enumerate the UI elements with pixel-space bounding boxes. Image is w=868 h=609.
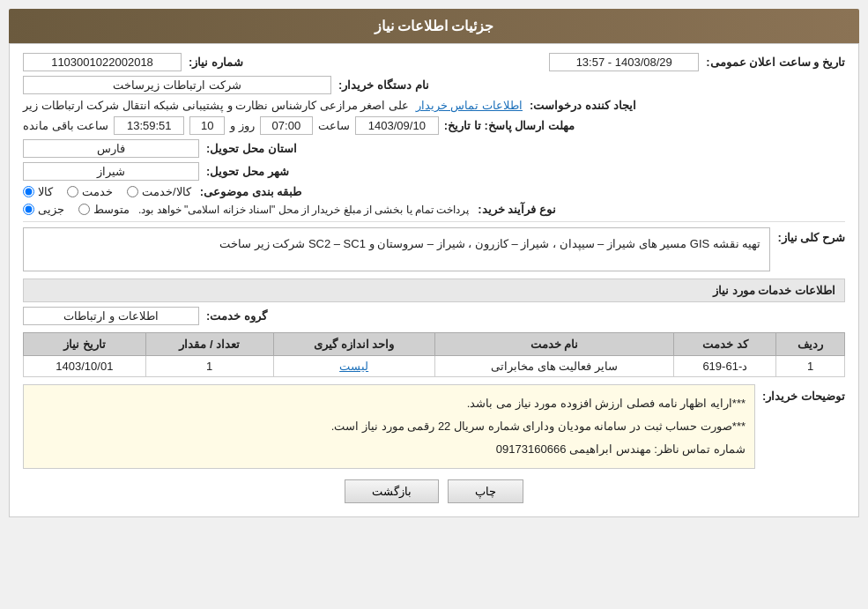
shmare-niaz-label: شماره نیاز: bbox=[189, 56, 243, 69]
mohlat-saat-label: ساعت bbox=[318, 119, 350, 132]
mohlat-baqi: 13:59:51 bbox=[114, 116, 184, 135]
tarikh-elan-value: 1403/08/29 - 13:57 bbox=[549, 53, 699, 71]
ijad-konande-label: ایجاد کننده درخواست: bbox=[530, 99, 636, 112]
radio-kala-khadamat-label: کالا/خدمت bbox=[142, 185, 191, 198]
radio-kala[interactable]: کالا bbox=[23, 185, 53, 198]
mohlat-rooz-label: روز و bbox=[230, 119, 255, 132]
radio-khadamat-label: خدمت bbox=[82, 185, 113, 198]
back-button[interactable]: بازگشت bbox=[345, 479, 439, 503]
service-table: ردیف کد خدمت نام خدمت واحد اندازه گیری ت… bbox=[23, 332, 845, 377]
button-bar: چاپ بازگشت bbox=[23, 479, 845, 503]
ostan-label: استان محل تحویل: bbox=[206, 142, 297, 155]
radio-jozi[interactable]: جزیی bbox=[23, 203, 64, 216]
radio-kala-label: کالا bbox=[38, 185, 53, 198]
print-button[interactable]: چاپ bbox=[448, 479, 523, 503]
service-info-title: اطلاعات خدمات مورد نیاز bbox=[23, 279, 845, 302]
gorooh-label: گروه خدمت: bbox=[206, 309, 267, 323]
nam-dastgah-value: شرکت ارتباطات زیرساخت bbox=[23, 76, 331, 94]
radio-kala-khadamat[interactable]: کالا/خدمت bbox=[127, 185, 191, 198]
shahr-label: شهر محل تحویل: bbox=[206, 165, 289, 178]
radio-khadamat-input[interactable] bbox=[67, 186, 78, 197]
buyer-note3: شماره تماس ناظر: مهندس ابراهیمی 09173160… bbox=[33, 438, 746, 461]
buyer-notes: ***ارایه اظهار نامه فصلی ارزش افزوده مور… bbox=[23, 384, 755, 469]
col-radif: ردیف bbox=[776, 333, 845, 356]
radio-khadamat[interactable]: خدمت bbox=[67, 185, 113, 198]
gorooh-value: اطلاعات و ارتباطات bbox=[23, 307, 199, 325]
shmare-niaz-value: 1103001022002018 bbox=[23, 53, 182, 71]
mohlat-date: 1403/09/10 bbox=[355, 116, 439, 135]
mohlat-rooz: 10 bbox=[189, 116, 225, 135]
nooe-farayand-label: نوع فرآیند خرید: bbox=[478, 203, 556, 216]
buyer-notes-label: توضیحات خریدار: bbox=[762, 384, 845, 403]
tarikh-elan-label: تاریخ و ساعت اعلان عمومی: bbox=[706, 56, 845, 69]
col-tarikh: تاریخ نیاز bbox=[24, 333, 146, 356]
col-vahed: واحد اندازه گیری bbox=[273, 333, 434, 356]
ijad-konande-link[interactable]: اطلاعات تماس خریدار bbox=[416, 99, 523, 112]
buyer-note1: ***ارایه اظهار نامه فصلی ارزش افزوده مور… bbox=[33, 392, 746, 415]
sharh-label: شرح کلی نیاز: bbox=[777, 227, 845, 244]
table-row: 1د-61-619سایر فعالیت های مخابراتیلیست114… bbox=[24, 356, 845, 377]
col-tedad: تعداد / مقدار bbox=[145, 333, 273, 356]
col-nam: نام خدمت bbox=[434, 333, 674, 356]
shahr-value: شیراز bbox=[23, 162, 199, 181]
radio-jozi-input[interactable] bbox=[23, 204, 34, 215]
sharh-value: تهیه نقشه GIS مسیر های شیراز – سیپدان ، … bbox=[23, 227, 770, 271]
radio-mottasat-input[interactable] bbox=[78, 204, 90, 215]
col-kod: کد خدمت bbox=[674, 333, 776, 356]
buyer-note2: ***صورت حساب ثبت در سامانه مودیان ودارای… bbox=[33, 415, 746, 438]
mohlat-saat: 07:00 bbox=[260, 116, 313, 135]
nam-dastgah-label: نام دستگاه خریدار: bbox=[338, 78, 429, 92]
tabaghebandi-label: طبقه بندی موضوعی: bbox=[200, 185, 302, 198]
radio-kala-input[interactable] bbox=[23, 186, 34, 197]
mohlat-label: مهلت ارسال پاسخ: تا تاریخ: bbox=[444, 119, 575, 132]
ostan-value: فارس bbox=[23, 139, 199, 158]
ijad-konande-value: علی اصغر مرازعی کارشناس نظارت و پشتیبانی… bbox=[23, 99, 409, 112]
mohlat-baqi-label: ساعت باقی مانده bbox=[23, 119, 108, 132]
radio-mottasat-label: متوسط bbox=[93, 203, 130, 216]
page-header: جزئیات اطلاعات نیاز bbox=[9, 9, 859, 43]
nooe-desc: پرداخت تمام یا بخشی از مبلغ خریدار از مح… bbox=[138, 204, 469, 216]
radio-jozi-label: جزیی bbox=[38, 203, 64, 216]
radio-mottasat[interactable]: متوسط bbox=[78, 203, 130, 216]
page-title: جزئیات اطلاعات نیاز bbox=[375, 19, 494, 33]
radio-kala-khadamat-input[interactable] bbox=[127, 186, 138, 197]
